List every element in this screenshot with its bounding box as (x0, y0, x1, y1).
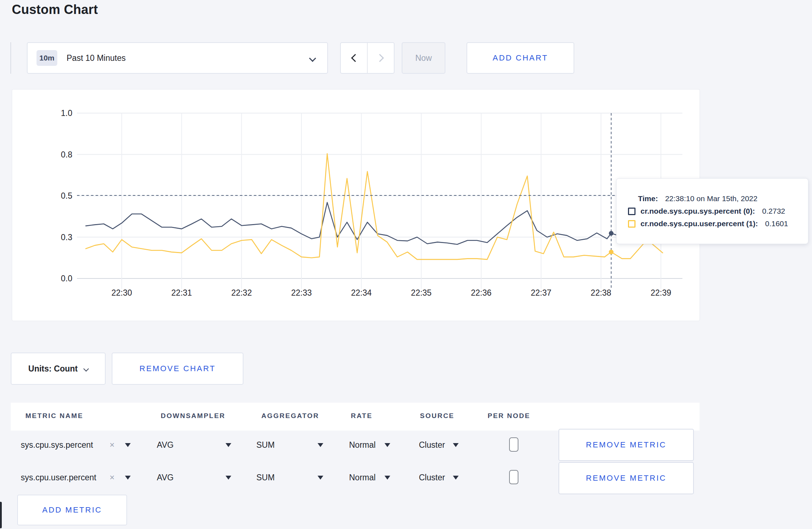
column-header-downsampler: DOWNSAMPLER (161, 412, 226, 420)
column-header-per-node: PER NODE (488, 412, 530, 420)
caret-down-icon[interactable] (385, 443, 390, 447)
add-chart-button[interactable]: ADD CHART (467, 42, 574, 74)
chart-card: 0.00.30.50.81.022:3022:3122:3222:3322:34… (12, 89, 700, 321)
caret-down-icon[interactable] (453, 443, 459, 447)
x-axis-tick-label: 22:32 (231, 288, 252, 297)
chart-tooltip: Time: 22:38:10 on Mar 15th, 2022 cr.node… (616, 178, 808, 244)
x-axis-tick-label: 22:35 (411, 288, 432, 297)
series-swatch-sys-icon (628, 208, 635, 215)
remove-metric-button[interactable]: REMOVE METRIC (559, 462, 694, 494)
chevron-left-icon (351, 54, 359, 62)
aggregator-select[interactable]: SUM (256, 440, 275, 450)
units-label: Units: Count (28, 364, 78, 374)
caret-down-icon[interactable] (226, 476, 231, 480)
timeframe-badge: 10m (37, 50, 57, 66)
metric-name-select[interactable]: sys.cpu.sys.percent (21, 440, 93, 450)
caret-down-icon[interactable] (125, 476, 131, 480)
x-axis-tick-label: 22:33 (291, 288, 312, 297)
tooltip-time-row: Time: 22:38:10 on Mar 15th, 2022 (617, 194, 808, 203)
column-header-source: SOURCE (420, 412, 454, 420)
x-axis-tick-label: 22:31 (171, 288, 192, 297)
column-header-aggregator: AGGREGATOR (261, 412, 319, 420)
tooltip-series-row: cr.node.sys.cpu.sys.percent (0): 0.2732 (617, 207, 808, 215)
x-axis-tick-label: 22:39 (651, 288, 671, 297)
tooltip-series-value: 0.1601 (765, 219, 788, 228)
caret-down-icon[interactable] (453, 476, 459, 480)
per-node-checkbox[interactable] (509, 470, 518, 484)
column-header-rate: RATE (351, 412, 372, 420)
x-axis-tick-label: 22:30 (111, 288, 132, 297)
prev-timeframe-button[interactable] (341, 43, 367, 73)
y-axis-tick-label: 1.0 (61, 108, 72, 118)
y-axis-tick-label: 0.3 (61, 233, 72, 242)
now-button[interactable]: Now (402, 42, 445, 74)
tooltip-time-value: 22:38:10 on Mar 15th, 2022 (665, 194, 758, 203)
tooltip-series-row: cr.node.sys.cpu.user.percent (1): 0.1601 (617, 219, 808, 228)
y-axis-tick-label: 0.0 (61, 274, 72, 283)
page-title: Custom Chart (12, 2, 98, 17)
tooltip-series-name: cr.node.sys.cpu.sys.percent (0): (641, 207, 755, 215)
clear-metric-icon[interactable]: × (110, 472, 115, 483)
caret-down-icon[interactable] (125, 443, 131, 447)
clear-metric-icon[interactable]: × (110, 440, 115, 450)
caret-down-icon[interactable] (318, 476, 323, 480)
caret-down-icon[interactable] (318, 443, 323, 447)
next-timeframe-button[interactable] (367, 43, 394, 73)
page-edge-artifact (0, 502, 2, 528)
tooltip-series-value: 0.2732 (762, 207, 785, 215)
units-dropdown[interactable]: Units: Count (11, 353, 106, 385)
rate-select[interactable]: Normal (349, 440, 376, 450)
column-header-metric-name: METRIC NAME (25, 412, 83, 420)
hovered-point-dot (609, 231, 614, 236)
chevron-down-icon[interactable] (309, 55, 316, 62)
x-axis-tick-label: 22:34 (351, 288, 372, 297)
caret-down-icon[interactable] (385, 476, 390, 480)
hovered-point-dot (609, 250, 614, 254)
toolbar-divider (10, 42, 11, 74)
x-axis-tick-label: 22:36 (471, 288, 492, 297)
source-select[interactable]: Cluster (419, 440, 445, 450)
y-axis-tick-label: 0.8 (61, 150, 72, 159)
y-axis-tick-label: 0.5 (61, 191, 72, 200)
source-select[interactable]: Cluster (419, 472, 445, 483)
x-axis-tick-label: 22:37 (531, 288, 552, 297)
chevron-down-icon (83, 366, 89, 372)
series-swatch-user-icon (628, 220, 635, 228)
remove-metric-button[interactable]: REMOVE METRIC (559, 429, 694, 461)
tooltip-time-label: Time: (638, 194, 658, 203)
per-node-checkbox[interactable] (509, 437, 518, 452)
cpu-line-chart[interactable]: 0.00.30.50.81.022:3022:3122:3222:3322:34… (12, 89, 700, 321)
metric-name-select[interactable]: sys.cpu.user.percent (21, 472, 96, 483)
series-line-1 (86, 154, 663, 259)
remove-chart-button[interactable]: REMOVE CHART (112, 353, 243, 385)
add-metric-button[interactable]: ADD METRIC (17, 495, 127, 525)
downsampler-select[interactable]: AVG (157, 440, 174, 450)
time-nav-group (340, 42, 395, 74)
timeframe-dropdown[interactable]: 10m Past 10 Minutes (27, 42, 328, 74)
rate-select[interactable]: Normal (349, 472, 376, 483)
chevron-right-icon (376, 54, 384, 62)
caret-down-icon[interactable] (226, 443, 231, 447)
timeframe-label: Past 10 Minutes (67, 53, 126, 63)
metrics-table-header: METRIC NAME DOWNSAMPLER AGGREGATOR RATE … (11, 403, 700, 431)
downsampler-select[interactable]: AVG (157, 472, 174, 483)
x-axis-tick-label: 22:38 (591, 288, 612, 297)
tooltip-series-name: cr.node.sys.cpu.user.percent (1): (641, 219, 758, 228)
aggregator-select[interactable]: SUM (256, 472, 275, 483)
